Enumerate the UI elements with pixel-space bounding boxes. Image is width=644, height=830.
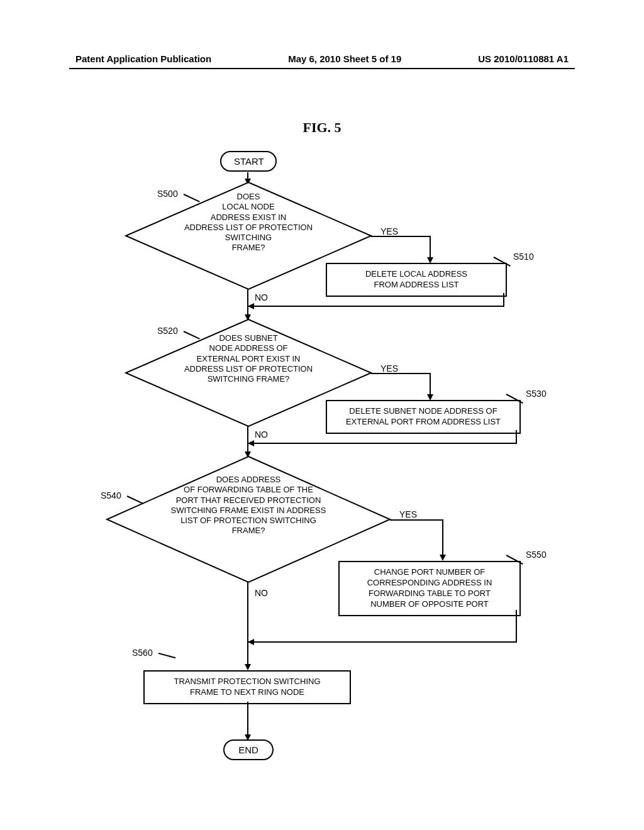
figure-title: FIG. 5 [303,119,341,136]
step-s530: S530 [526,389,547,399]
connector [248,641,517,643]
connector [248,306,504,307]
yes-label: YES [380,363,398,374]
header-left: Patent Application Publication [75,53,211,64]
connector [430,373,431,397]
connector [371,236,431,237]
connector [247,582,248,645]
decision-d2-text: DOES SUBNET NODE ADDRESS OF EXTERNAL POR… [148,333,349,384]
step-s540: S540 [101,490,121,501]
arrow-icon [245,664,251,670]
connector [503,293,504,306]
connector [248,443,517,444]
process-p1: DELETE LOCAL ADDRESS FROM ADDRESS LIST [326,263,507,297]
connector [430,236,431,260]
page-header: Patent Application Publication May 6, 20… [0,53,644,64]
connector [516,430,517,443]
process-p3: CHANGE PORT NUMBER OF CORRESPONDING ADDR… [338,561,521,616]
step-s510: S510 [513,252,534,262]
header-right: US 2010/0110881 A1 [478,53,569,64]
arrow-icon [248,303,254,309]
no-label: NO [255,588,268,598]
leader-line [158,653,176,658]
connector [390,519,443,521]
process-p2: DELETE SUBNET NODE ADDRESS OF EXTERNAL P… [326,400,521,434]
arrow-icon [248,639,254,645]
arrow-icon [248,440,254,446]
arrow-icon [440,555,446,561]
decision-d3-text: DOES ADDRESS OF FORWARDING TABLE OF THE … [138,475,358,536]
connector [516,610,517,641]
end-terminal: END [223,739,274,760]
yes-label: YES [380,226,398,236]
header-center: May 6, 2010 Sheet 5 of 19 [288,53,401,64]
yes-label: YES [399,509,417,519]
header-divider [69,68,575,69]
connector [442,519,443,557]
start-terminal: START [220,151,277,172]
flowchart: START DOES LOCAL NODE ADDRESS EXIST IN A… [101,151,553,761]
process-p4: TRANSMIT PROTECTION SWITCHING FRAME TO N… [143,670,351,704]
no-label: NO [255,429,268,440]
no-label: NO [255,292,268,302]
step-s560: S560 [132,648,153,658]
step-s550: S550 [526,550,547,560]
connector [371,373,431,374]
connector [247,702,248,737]
decision-d1-text: DOES LOCAL NODE ADDRESS EXIST IN ADDRESS… [148,192,349,253]
connector [247,641,248,667]
